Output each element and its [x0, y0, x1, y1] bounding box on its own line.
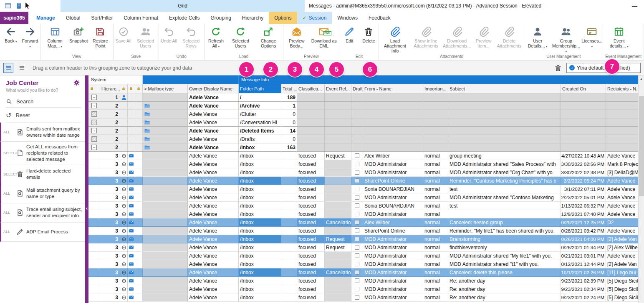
- group-header-message-info[interactable]: Message Info: [239, 75, 638, 84]
- message-row[interactable]: 3Adele Vance/InboxfocusedMOD Administrat…: [88, 160, 638, 168]
- tab-manage[interactable]: Manage: [31, 12, 61, 24]
- expander-minus[interactable]: −: [91, 95, 97, 100]
- reset-button[interactable]: ↺ Reset: [6, 112, 81, 123]
- draft-checkbox[interactable]: [355, 203, 359, 208]
- clipboard-icon[interactable]: [15, 2, 23, 10]
- draft-checkbox[interactable]: [355, 287, 359, 291]
- selected-users-button[interactable]: Selected Users: [133, 24, 158, 48]
- tab-explode-cells[interactable]: Explode Cells: [164, 12, 205, 24]
- change-options-button[interactable]: Change Options: [254, 24, 283, 48]
- message-row[interactable]: 3Adele Vance/InboxfocusedCancellatioAlex…: [88, 218, 638, 227]
- draft-checkbox[interactable]: [355, 253, 359, 258]
- job-item-adp-email-process[interactable]: ALLADP Email Process: [0, 223, 85, 242]
- undo-all-button[interactable]: Undo All: [159, 24, 179, 43]
- expander-empty[interactable]: [91, 136, 97, 142]
- vertical-scrollbar[interactable]: ▲: [638, 75, 644, 303]
- message-row[interactable]: 3Adele Vance/InboxfocusedRequestMOD Admi…: [88, 243, 638, 252]
- grid-view-toggle-1[interactable]: [3, 63, 13, 73]
- col-header-importance[interactable]: Importan...: [423, 84, 448, 93]
- view-profile-select[interactable]: i Ytria default...(Modified): [566, 63, 641, 73]
- tab-global[interactable]: Global: [61, 12, 86, 24]
- message-row[interactable]: 3Adele Vance/InboxfocusedMOD Administrat…: [88, 260, 638, 268]
- draft-checkbox[interactable]: [355, 195, 359, 200]
- event-details-button[interactable]: Event details... ▾: [604, 24, 634, 48]
- draft-checkbox[interactable]: [355, 245, 359, 250]
- expander-minus[interactable]: −: [91, 145, 97, 150]
- preview-body-button[interactable]: Preview Body...: [284, 24, 309, 48]
- message-row[interactable]: 3Adele Vance/InboxfocusedMOD Administrat…: [88, 193, 638, 202]
- window-tab-grid[interactable]: Grid: [61, 0, 305, 12]
- col-header-owner-display-name[interactable]: Owner Display Name: [188, 84, 239, 93]
- col-header-mailbox-type[interactable]: > Mailbox type: [143, 84, 188, 93]
- expander-plus[interactable]: +: [91, 103, 97, 108]
- forward-button[interactable]: Forward ▾: [20, 24, 40, 48]
- draft-checkbox[interactable]: [355, 187, 359, 191]
- grid-view-toggle-2[interactable]: [17, 63, 27, 73]
- tab-grouping[interactable]: Grouping: [205, 12, 236, 24]
- col-header-classification[interactable]: Classifica...: [297, 84, 325, 93]
- draft-checkbox[interactable]: [355, 212, 359, 216]
- minimize-button[interactable]: —: [629, 0, 640, 12]
- draft-checkbox[interactable]: [355, 295, 359, 300]
- download-attachments-button[interactable]: Download Attachments...: [442, 24, 472, 48]
- message-row[interactable]: 3Adele Vance/InboxfocusedCancellatioMOD …: [88, 268, 638, 277]
- tab-sort-filter[interactable]: Sort/Filter: [86, 12, 118, 24]
- tab-hierarchy[interactable]: Hierarchy: [237, 12, 269, 24]
- scrollbar-thumb[interactable]: [639, 96, 644, 196]
- folder-row[interactable]: −2Adele Vance/Inbox163: [88, 143, 638, 152]
- delete-attachments-button[interactable]: Delete Attachments: [495, 24, 524, 48]
- col-header-icon1[interactable]: [120, 84, 128, 93]
- col-header-icon3[interactable]: [135, 84, 143, 93]
- folder-row[interactable]: +2Adele Vance/Deleted Items14: [88, 127, 638, 135]
- col-header-subject[interactable]: Subject: [448, 84, 561, 93]
- tab-feedback[interactable]: Feedback: [363, 12, 396, 24]
- folder-row[interactable]: 2Adele Vance/Clutter0: [88, 110, 638, 118]
- preview-item-button[interactable]: Preview Item...: [472, 24, 495, 48]
- trash-icon[interactable]: [554, 64, 562, 72]
- draft-checkbox[interactable]: [355, 153, 359, 158]
- sidebar-collapse-bar[interactable]: ‹: [85, 75, 88, 303]
- draft-checkbox[interactable]: [355, 220, 359, 225]
- col-header-recipients[interactable]: Recipients - N...: [606, 84, 638, 93]
- message-row[interactable]: 3Adele Vance/InboxfocusedMOD Administrat…: [88, 210, 638, 218]
- save-all-button[interactable]: Save All: [114, 24, 133, 43]
- group-header-system[interactable]: System: [88, 75, 143, 84]
- message-row[interactable]: 3Adele Vance/InboxfocusedSonia BOUNARDJI…: [88, 185, 638, 193]
- draft-checkbox[interactable]: [355, 162, 359, 166]
- refresh-all-button[interactable]: Refresh All ▾: [205, 24, 227, 48]
- message-row[interactable]: 3Adele Vance/InboxfocusedSharePoint Onli…: [88, 177, 638, 185]
- job-item-emails-sent-from[interactable]: ALLEmails sent from mailbox owners withi…: [0, 123, 85, 142]
- col-header-icon2[interactable]: [128, 84, 135, 93]
- folder-row[interactable]: 2Adele Vance/Conversation Hi0: [88, 118, 638, 127]
- folder-row[interactable]: +2Adele Vance/Archive1: [88, 102, 638, 110]
- show-inline-attachments-button[interactable]: Show Inline Attachments: [411, 24, 442, 48]
- folder-row[interactable]: 2Adele Vance/Drafts0: [88, 135, 638, 143]
- expander-empty[interactable]: [91, 120, 97, 125]
- delete-button[interactable]: Delete: [359, 24, 378, 43]
- draft-checkbox[interactable]: [355, 278, 359, 283]
- expander-empty[interactable]: [91, 111, 97, 117]
- draft-checkbox[interactable]: [355, 178, 359, 183]
- draft-checkbox[interactable]: [355, 228, 359, 233]
- gear-icon[interactable]: [73, 79, 80, 86]
- search-input[interactable]: Search: [6, 98, 81, 108]
- message-row[interactable]: 3Adele Vance/InboxfocusedMOD Administrat…: [88, 285, 638, 293]
- message-row[interactable]: 3Adele Vance/InboxfocusedSonia BOUNARDJI…: [88, 202, 638, 210]
- job-item-trace-email-using[interactable]: ALLTrace email using subject, sender and…: [0, 203, 85, 223]
- draft-checkbox[interactable]: [355, 170, 359, 175]
- message-row[interactable]: 3Adele Vance/InboxfocusedRequestAlex Wil…: [88, 152, 638, 160]
- app-tab-sapio365[interactable]: sapio365: [0, 12, 28, 24]
- snapshot-button[interactable]: Snapshot: [69, 24, 88, 43]
- job-item-mail-attachment-query[interactable]: ALLMail attachment query by name or type: [0, 184, 85, 203]
- group-header-middle[interactable]: [143, 75, 239, 84]
- scroll-up-icon[interactable]: ▲: [639, 75, 644, 82]
- selected-rows-button[interactable]: Selected Rows: [179, 24, 204, 48]
- expander-plus[interactable]: +: [91, 128, 97, 133]
- job-item-get-all-messages[interactable]: SELECTGet ALL messages from recipients r…: [0, 142, 85, 165]
- col-header-from-name[interactable]: From - Name: [363, 84, 423, 93]
- download-as-eml-button[interactable]: EMLDownload as EML: [309, 24, 338, 48]
- message-row[interactable]: 3Adele Vance/InboxfocusedSharePoint Onli…: [88, 227, 638, 235]
- group-membership-button[interactable]: Group Membership... ▾: [551, 24, 581, 53]
- tab-column-format[interactable]: Column Format: [118, 12, 164, 24]
- column-map-button[interactable]: Column Map... ▾: [41, 24, 69, 48]
